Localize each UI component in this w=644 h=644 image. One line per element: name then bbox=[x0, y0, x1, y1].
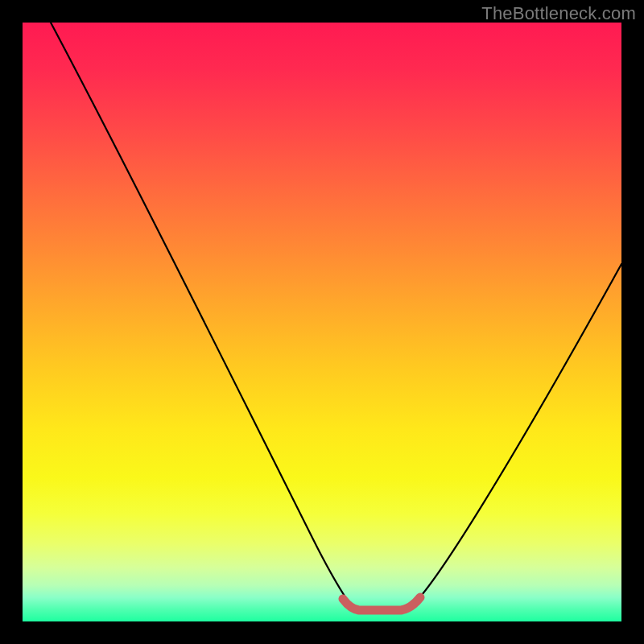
black-curve bbox=[51, 23, 621, 609]
chart-frame: TheBottleneck.com bbox=[0, 0, 644, 644]
chart-svg bbox=[23, 23, 621, 621]
red-band bbox=[343, 597, 420, 610]
plot-area bbox=[23, 23, 621, 621]
watermark-text: TheBottleneck.com bbox=[481, 3, 636, 24]
